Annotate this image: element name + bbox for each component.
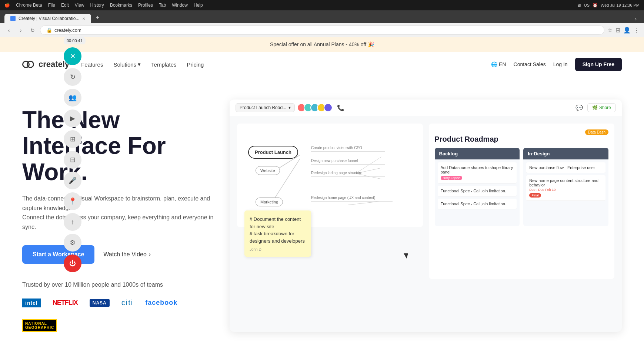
contact-sales-link[interactable]: Contact Sales — [514, 61, 546, 67]
reload-button[interactable]: ↻ — [28, 26, 37, 35]
browser-toolbar: ‹ › ↻ 🔒 creately.com ☆ ⊞ 👤 ⋮ — [0, 23, 644, 37]
indesign-column: In-Design New purchase flow - Enterprise… — [523, 148, 608, 226]
screen-button[interactable]: ⊟ — [64, 151, 81, 169]
back-button[interactable]: ‹ — [4, 26, 13, 35]
netflix-logo: NETFLIX — [53, 299, 78, 307]
nav-templates[interactable]: Templates — [151, 61, 176, 68]
url-text: creately.com — [54, 27, 81, 33]
roadmap-title: Product Roadmap — [435, 135, 609, 144]
hero-left: The New Interface For Work. The data-con… — [22, 100, 215, 332]
signup-button[interactable]: Sign Up Free — [575, 58, 622, 71]
profile-icon[interactable]: 👤 — [623, 27, 631, 34]
pin-button[interactable]: 📍 — [64, 192, 81, 210]
forward-button[interactable]: › — [16, 26, 25, 35]
promo-text: Special offer on all Annual Plans - 40% … — [270, 41, 374, 47]
mindmap-task-1: Create product video with CEO — [311, 146, 385, 152]
indesign-header: In-Design — [523, 148, 608, 159]
avatar-group — [299, 103, 333, 112]
video-button[interactable]: ▶ — [64, 109, 81, 127]
layers-button[interactable]: ⊞ — [64, 130, 81, 148]
workspace-name: Product Launch Road... — [240, 105, 286, 110]
watch-video-link[interactable]: Watch the Video › — [103, 251, 151, 258]
roadmap-columns: Backlog Add Datasource shapes to shape l… — [435, 148, 609, 226]
tab-close-button[interactable]: ✕ — [82, 17, 85, 21]
intel-logo: intel — [22, 299, 41, 307]
browser-chrome: Creately | Visual Collaboratio... ✕ + › — [0, 10, 644, 23]
phone-icon: 📞 — [337, 104, 344, 111]
cursor-pointer — [404, 253, 408, 259]
settings-button[interactable]: ⚙ — [64, 234, 81, 252]
roadmap-panel: Data Dash Product Roadmap Backlog Add Da… — [429, 124, 615, 279]
facebook-logo: facebook — [145, 299, 177, 307]
chevron-right-icon: › — [149, 251, 151, 258]
menu-icon[interactable]: ⋮ — [634, 27, 640, 34]
active-tab[interactable]: Creately | Visual Collaboratio... ✕ — [4, 14, 91, 23]
promo-banner: Special offer on all Annual Plans - 40% … — [0, 37, 644, 52]
roadmap-badge: Data Dash — [585, 129, 608, 135]
hero-cta: Start a Workspace Watch the Video › — [22, 245, 215, 264]
browser-toolbar-right: ☆ ⊞ 👤 ⋮ — [607, 27, 640, 34]
app-name: Chrome Beta — [16, 3, 42, 8]
new-tab-button[interactable]: + — [93, 13, 103, 23]
tag-rory: Rory Lopez — [441, 176, 462, 180]
backlog-header: Backlog — [435, 148, 520, 159]
upload-button[interactable]: ↑ — [64, 213, 81, 231]
login-link[interactable]: Log In — [553, 61, 568, 67]
backlog-item-2: Functional Spec - Call join limitation. — [438, 186, 517, 196]
close-session-button[interactable]: ✕ — [64, 47, 81, 65]
comment-icon[interactable]: 💬 — [575, 104, 583, 111]
mindmap-task-4: Redesign home page (UX and content) — [311, 196, 393, 202]
svg-line-5 — [348, 201, 381, 205]
sticky-note: # Document the content for new site# tas… — [244, 210, 311, 257]
tab-favicon — [10, 16, 16, 21]
mindmap-task-2: Design new purchase funnel — [311, 159, 385, 165]
app-mockup: Product Launch Road... ▾ 📞 💬 🌿 Share — [230, 100, 622, 332]
nav-pricing[interactable]: Pricing — [187, 61, 204, 68]
sticky-note-text: # Document the content for new site# tas… — [250, 216, 306, 244]
extensions-icon[interactable]: ⊞ — [615, 27, 620, 34]
power-button[interactable]: ⏻ — [64, 254, 81, 272]
tag-final: Final — [529, 193, 541, 198]
app-toolbar-right: 💬 🌿 Share — [575, 103, 616, 112]
natgeo-logo: NATIONALGEOGRAPHIC — [22, 319, 57, 332]
mic-button[interactable]: 🎤 — [64, 172, 81, 189]
timer-display: 00:00:41 — [64, 37, 86, 44]
nav-solutions[interactable]: Solutions ▾ — [113, 61, 141, 68]
mindmap-task-3: Redesign lading page structure — [311, 171, 385, 177]
hero-section: The New Interface For Work. The data-con… — [0, 77, 644, 344]
bookmark-icon[interactable]: ☆ — [607, 27, 613, 34]
logo-icon — [22, 60, 36, 69]
indesign-item-1: New purchase flow - Enterprise user — [526, 162, 605, 173]
workspace-selector[interactable]: Product Launch Road... ▾ — [236, 103, 295, 112]
due-text: Due : Due Feb 10 — [529, 188, 603, 192]
chevron-down-icon: ▾ — [138, 61, 141, 68]
main-navigation: creately Features Solutions ▾ Templates … — [0, 52, 644, 77]
website-content: Special offer on all Annual Plans - 40% … — [0, 37, 644, 344]
backlog-item-3: Functional Spec - Call join limitation. — [438, 199, 517, 209]
sidebar-overlay: 00:00:41 ✕ ↻ 👥 ▶ ⊞ ⊟ 🎤 📍 ↑ ⚙ ⏻ — [64, 37, 86, 272]
share-button[interactable]: 🌿 Share — [587, 103, 616, 112]
indesign-item-2: New home page content structure and beha… — [526, 175, 605, 201]
indesign-body: New purchase flow - Enterprise user New … — [523, 159, 608, 226]
tab-scroll-right[interactable]: › — [632, 14, 640, 23]
mindmap-node-marketing: Marketing — [256, 198, 283, 206]
sticky-note-author: John D — [250, 247, 306, 252]
hero-description: The data-connected Visual Workspace to b… — [22, 194, 215, 232]
language-selector[interactable]: 🌐 EN — [491, 61, 506, 67]
mac-menu: File Edit View History Bookmarks Profile… — [48, 3, 203, 8]
mac-os-bar: 🍎 Chrome Beta File Edit View History Boo… — [0, 0, 644, 10]
app-canvas: Product Launch Website Marketing Create … — [230, 116, 622, 286]
address-bar[interactable]: 🔒 creately.com — [40, 26, 604, 35]
backlog-item-1: Add Datasource shapes to shape library p… — [438, 162, 517, 183]
apple-icon: 🍎 — [4, 3, 10, 8]
share-icon: 🌿 — [592, 105, 598, 110]
logo-link[interactable]: creately — [22, 60, 69, 69]
dropdown-icon: ▾ — [288, 105, 291, 110]
sync-button[interactable]: ↻ — [64, 68, 81, 86]
avatar-5 — [324, 103, 333, 112]
users-button[interactable]: 👥 — [64, 89, 81, 107]
trust-logos: intel NETFLIX NASA citi facebook NATIONA… — [22, 299, 215, 332]
hero-title: The New Interface For Work. — [22, 107, 215, 185]
nasa-logo: NASA — [90, 299, 110, 307]
mindmap-center-node: Product Launch — [248, 146, 298, 159]
